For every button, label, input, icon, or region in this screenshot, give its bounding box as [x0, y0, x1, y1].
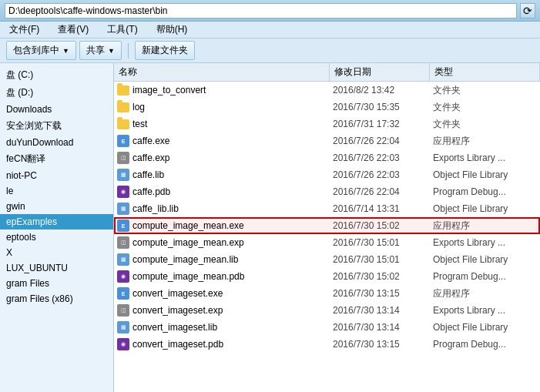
title-bar: ⟳: [0, 0, 540, 22]
folder-icon: [117, 85, 129, 95]
table-row[interactable]: ◫ compute_image_mean.exp 2016/7/30 15:01…: [114, 234, 540, 251]
file-name-cell: compute_image_mean.lib: [132, 254, 333, 265]
sidebar-item-lux[interactable]: LUX_UBUNTU: [0, 260, 113, 276]
sidebar-item-downloads[interactable]: Downloads: [0, 102, 113, 117]
table-row[interactable]: image_to_convert 2016/8/2 13:42 文件夹: [114, 82, 540, 99]
menu-help[interactable]: 帮助(H): [153, 22, 191, 38]
file-icon-cell: ◫: [117, 304, 129, 317]
share-dropdown-arrow: ▼: [108, 47, 115, 55]
menu-file[interactable]: 文件(F): [6, 22, 42, 38]
table-row[interactable]: test 2016/7/31 17:32 文件夹: [114, 116, 540, 132]
file-date-cell: 2016/7/31 17:32: [333, 119, 433, 129]
file-type-cell: 应用程序: [433, 219, 537, 233]
exe-icon: E: [117, 219, 129, 232]
file-icon-cell: ◉: [117, 186, 129, 198]
folder-icon: [117, 119, 129, 129]
file-icon-cell: ▦: [117, 253, 129, 266]
pdb-icon: ◉: [117, 338, 129, 350]
new-folder-label: 新建文件夹: [142, 44, 188, 57]
file-date-cell: 2016/7/30 13:15: [333, 339, 433, 350]
menu-view[interactable]: 查看(V): [55, 22, 92, 38]
file-date-cell: 2016/7/30 13:14: [333, 305, 433, 316]
file-icon-cell: ◫: [117, 152, 129, 164]
sidebar-item-program-files[interactable]: gram Files: [0, 276, 113, 291]
share-label: 共享: [86, 44, 105, 57]
file-name-cell: caffe.pdb: [132, 186, 333, 197]
file-date-cell: 2016/7/30 15:01: [333, 254, 433, 265]
table-row[interactable]: ◉ compute_image_mean.pdb 2016/7/30 15:02…: [114, 268, 540, 285]
sidebar-item-c[interactable]: 盘 (C:): [0, 66, 113, 84]
table-row[interactable]: ◫ caffe.exp 2016/7/26 22:03 Exports Libr…: [114, 149, 540, 166]
menu-bar: 文件(F) 查看(V) 工具(T) 帮助(H): [0, 22, 540, 39]
file-name-cell: caffe.exp: [132, 152, 333, 163]
sidebar-item-program-files-x86[interactable]: gram Files (x86): [0, 291, 113, 307]
refresh-button[interactable]: ⟳: [520, 3, 535, 18]
file-icon-cell: ◉: [117, 338, 129, 350]
menu-tools[interactable]: 工具(T): [104, 22, 140, 38]
sidebar-item-safe-browser[interactable]: 安全浏览下载: [0, 117, 113, 135]
address-bar[interactable]: [5, 3, 517, 18]
file-date-cell: 2016/7/30 15:02: [333, 271, 433, 282]
share-button[interactable]: 共享 ▼: [79, 41, 122, 60]
file-icon-cell: [117, 84, 129, 96]
file-type-cell: Exports Library ...: [433, 305, 537, 316]
file-type-cell: 应用程序: [433, 135, 537, 148]
file-type-cell: Object File Library: [433, 203, 537, 214]
file-type-cell: Object File Library: [433, 254, 537, 265]
col-header-date[interactable]: 修改日期: [330, 63, 430, 81]
sidebar-item-d[interactable]: 盘 (D:): [0, 84, 113, 102]
file-date-cell: 2016/7/30 15:02: [333, 220, 433, 231]
table-row[interactable]: ▦ caffe.lib 2016/7/26 22:03 Object File …: [114, 166, 540, 183]
file-name-cell: image_to_convert: [132, 85, 333, 95]
file-name-cell: convert_imageset.exe: [132, 288, 333, 299]
table-row[interactable]: E caffe.exe 2016/7/26 22:04 应用程序: [114, 132, 540, 149]
file-name-cell: caffe.exe: [132, 136, 333, 146]
table-row[interactable]: E compute_image_mean.exe 2016/7/30 15:02…: [114, 217, 540, 234]
pdb-icon: ◉: [117, 270, 129, 283]
file-type-cell: Program Debug...: [433, 339, 537, 350]
exp-icon: ◫: [117, 152, 129, 164]
lib-icon: ▦: [117, 253, 129, 266]
file-type-cell: 文件夹: [433, 84, 537, 97]
file-icon-cell: [117, 118, 129, 130]
file-type-cell: Program Debug...: [433, 271, 537, 282]
table-row[interactable]: ◫ convert_imageset.exp 2016/7/30 13:14 E…: [114, 302, 540, 319]
table-row[interactable]: log 2016/7/30 15:35 文件夹: [114, 99, 540, 116]
sidebar-item-epexamples[interactable]: epExamples: [0, 214, 113, 230]
sidebar-item-duyun[interactable]: duYunDownload: [0, 135, 113, 150]
table-row[interactable]: ◉ caffe.pdb 2016/7/26 22:04 Program Debu…: [114, 183, 540, 200]
file-name-cell: caffe.lib: [132, 169, 333, 180]
file-name-cell: compute_image_mean.exp: [132, 237, 333, 248]
col-header-type[interactable]: 类型: [430, 63, 540, 81]
file-name-cell: convert_imageset.lib: [132, 322, 333, 333]
table-row[interactable]: E convert_imageset.exe 2016/7/30 13:15 应…: [114, 285, 540, 302]
file-type-cell: Object File Library: [433, 322, 537, 333]
new-folder-button[interactable]: 新建文件夹: [135, 41, 195, 60]
file-icon-cell: ◉: [117, 270, 129, 283]
file-name-cell: compute_image_mean.pdb: [132, 271, 333, 282]
file-icon-cell: ◫: [117, 236, 129, 249]
file-icon-cell: E: [117, 287, 129, 300]
sidebar-item-x[interactable]: X: [0, 245, 113, 260]
table-row[interactable]: ◉ convert_imageset.pdb 2016/7/30 13:15 P…: [114, 336, 540, 353]
sidebar: 盘 (C:) 盘 (D:) Downloads 安全浏览下载 duYunDown…: [0, 63, 114, 392]
file-type-cell: Object File Library: [433, 169, 537, 180]
file-date-cell: 2016/7/30 15:35: [333, 102, 433, 112]
file-icon-cell: ▦: [117, 169, 129, 181]
file-list: image_to_convert 2016/8/2 13:42 文件夹 log …: [114, 82, 540, 392]
table-row[interactable]: ▦ caffe_lib.lib 2016/7/14 13:31 Object F…: [114, 200, 540, 217]
include-library-button[interactable]: 包含到库中 ▼: [6, 41, 76, 60]
col-header-name[interactable]: 名称: [114, 63, 330, 81]
sidebar-item-niot[interactable]: niot-PC: [0, 168, 113, 183]
file-type-cell: 文件夹: [433, 101, 537, 114]
table-row[interactable]: ▦ compute_image_mean.lib 2016/7/30 15:01…: [114, 251, 540, 268]
sidebar-item-le[interactable]: le: [0, 183, 113, 199]
sidebar-item-eptools[interactable]: eptools: [0, 230, 113, 245]
address-input[interactable]: [8, 5, 513, 16]
sidebar-item-gwin[interactable]: gwin: [0, 199, 113, 214]
table-row[interactable]: ▦ convert_imageset.lib 2016/7/30 13:14 O…: [114, 319, 540, 336]
pdb-icon: ◉: [117, 186, 129, 198]
file-date-cell: 2016/7/30 15:01: [333, 237, 433, 248]
file-date-cell: 2016/7/26 22:04: [333, 136, 433, 146]
sidebar-item-fecn[interactable]: feCN翻译: [0, 150, 113, 168]
